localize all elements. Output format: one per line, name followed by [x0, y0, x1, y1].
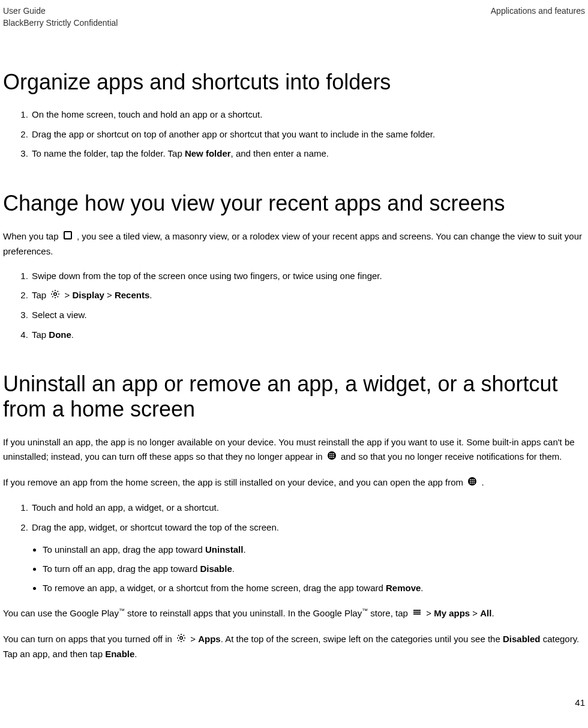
tm-2: ™ — [362, 607, 368, 614]
svg-point-15 — [473, 479, 475, 480]
svg-point-20 — [472, 483, 473, 484]
uninstall-bullet-1: To uninstall an app, drag the app toward… — [43, 543, 585, 557]
section-change-view: Change how you view your recent apps and… — [3, 191, 585, 342]
svg-point-16 — [470, 481, 471, 482]
change-s4c: . — [71, 329, 74, 340]
svg-point-14 — [472, 479, 473, 480]
svg-point-5 — [333, 453, 334, 454]
svg-rect-22 — [413, 610, 421, 611]
uninstall-p1: If you uninstall an app, the app is no l… — [3, 435, 585, 465]
change-step-1: Swipe down from the top of the screen on… — [31, 269, 585, 283]
uninstall-bullet-3: To remove an app, a widget, or a shortcu… — [43, 581, 585, 595]
step3-part-c: , and then enter a name. — [231, 148, 329, 158]
b2c: . — [232, 564, 235, 574]
uninstall-bullets: To uninstall an app, drag the app toward… — [3, 543, 585, 595]
change-s2a: Tap — [32, 290, 49, 300]
section-uninstall: Uninstall an app or remove an app, a wid… — [3, 372, 585, 661]
p4h: . — [134, 649, 137, 659]
svg-rect-24 — [413, 614, 421, 615]
all-label: All — [480, 608, 491, 618]
done-label: Done — [49, 329, 71, 340]
recent-apps-icon — [63, 230, 73, 244]
uninstall-step-2: Drag the app, widget, or shortcut toward… — [31, 521, 585, 535]
section-organize: Organize apps and shortcuts into folders… — [3, 70, 585, 161]
apps-drawer-icon — [467, 476, 477, 490]
apps-label: Apps — [198, 634, 221, 644]
change-intro: When you tap , you see a tiled view, a m… — [3, 229, 585, 259]
b3a: To remove an app, a widget, or a shortcu… — [43, 583, 386, 593]
heading-organize: Organize apps and shortcuts into folders — [3, 70, 585, 95]
change-step-3: Select a view. — [31, 308, 585, 322]
svg-point-13 — [470, 479, 471, 480]
settings-gear-icon — [176, 633, 186, 647]
svg-point-19 — [470, 483, 471, 484]
p3c: store, tap — [368, 608, 410, 618]
svg-point-1 — [54, 293, 57, 296]
uninstall-p2: If you remove an app from the home scree… — [3, 475, 585, 490]
page-header: User Guide BlackBerry Strictly Confident… — [3, 6, 585, 28]
b3c: . — [421, 583, 423, 593]
b1c: . — [243, 544, 245, 555]
svg-rect-23 — [413, 612, 421, 613]
new-folder-label: New folder — [185, 148, 231, 158]
svg-point-4 — [331, 453, 332, 454]
uninstall-p3: You can use the Google Play™ store to re… — [3, 606, 585, 621]
enable-label: Enable — [105, 649, 134, 659]
change-s2b: > — [62, 290, 72, 300]
uninstall-bullet-2: To turn off an app, drag the app toward … — [43, 562, 585, 576]
p3f: > — [470, 608, 480, 618]
svg-point-25 — [180, 637, 183, 640]
svg-point-6 — [329, 455, 331, 456]
uninstall-p2b: . — [479, 477, 484, 487]
header-confidential: BlackBerry Strictly Confidential — [3, 18, 118, 28]
svg-point-10 — [331, 457, 332, 458]
disable-label: Disable — [200, 564, 232, 574]
tm-1: ™ — [119, 607, 125, 614]
svg-point-7 — [331, 455, 332, 456]
apps-drawer-icon — [327, 450, 337, 465]
change-intro-a: When you tap — [3, 231, 61, 241]
recents-label: Recents — [115, 290, 149, 300]
p3a: You can use the Google Play — [3, 608, 119, 618]
change-s2d: > — [104, 290, 115, 300]
uninstall-p1b: and so that you no longer receive notifi… — [338, 451, 562, 462]
page-number: 41 — [3, 697, 585, 708]
change-steps: Swipe down from the top of the screen on… — [3, 269, 585, 342]
p3h: . — [491, 608, 494, 618]
settings-gear-icon — [50, 289, 60, 303]
organize-step-2: Drag the app or shortcut on top of anoth… — [31, 128, 585, 142]
myapps-label: My apps — [434, 608, 470, 618]
change-step-2: Tap > Display > Recents. — [31, 289, 585, 302]
change-step-4: Tap Done. — [31, 328, 585, 342]
disabled-label: Disabled — [503, 634, 541, 644]
svg-point-21 — [473, 483, 475, 484]
svg-point-3 — [329, 453, 331, 454]
heading-uninstall: Uninstall an app or remove an app, a wid… — [3, 372, 585, 422]
uninstall-label: Uninstall — [205, 544, 243, 555]
header-section: Applications and features — [491, 6, 585, 28]
b2a: To turn off an app, drag the app toward — [43, 564, 200, 574]
svg-point-17 — [472, 481, 473, 482]
svg-point-11 — [333, 457, 334, 458]
display-label: Display — [72, 290, 104, 300]
organize-step-3: To name the folder, tap the folder. Tap … — [31, 147, 585, 161]
p4a: You can turn on apps that you turned off… — [3, 634, 175, 644]
header-left: User Guide BlackBerry Strictly Confident… — [3, 6, 118, 28]
p3d: > — [424, 608, 434, 618]
p4d: . At the top of the screen, swipe left o… — [221, 634, 503, 644]
svg-point-9 — [329, 457, 331, 458]
header-guide: User Guide — [3, 6, 118, 16]
p4b: > — [188, 634, 198, 644]
svg-rect-0 — [64, 232, 71, 239]
svg-point-18 — [473, 481, 475, 482]
hamburger-menu-icon — [412, 607, 422, 621]
change-s2f: . — [149, 290, 152, 300]
uninstall-p2a: If you remove an app from the home scree… — [3, 477, 466, 487]
step3-part-a: To name the folder, tap the folder. Tap — [32, 148, 185, 158]
change-intro-b: , you see a tiled view, a masonry view, … — [3, 231, 582, 256]
b1a: To uninstall an app, drag the app toward — [43, 544, 205, 555]
organize-steps: On the home screen, touch and hold an ap… — [3, 108, 585, 161]
svg-point-8 — [333, 455, 334, 456]
uninstall-step-1: Touch and hold an app, a widget, or a sh… — [31, 501, 585, 515]
heading-change-view: Change how you view your recent apps and… — [3, 191, 585, 216]
